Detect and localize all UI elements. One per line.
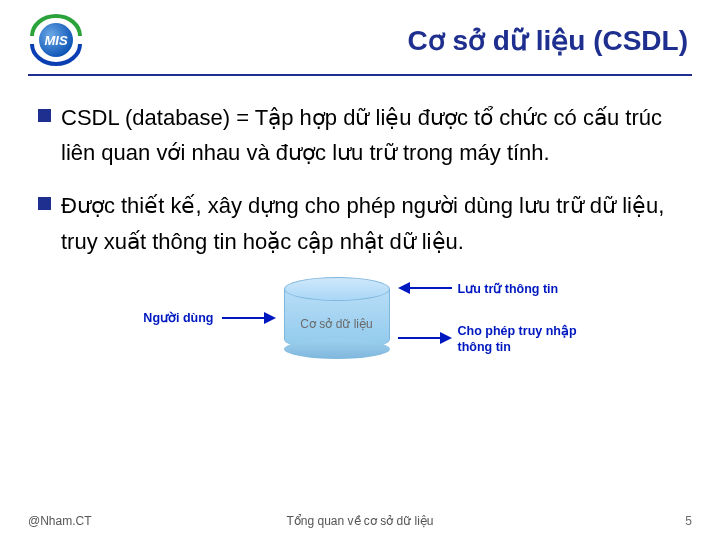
- database-cylinder-icon: Cơ sở dữ liệu: [284, 277, 390, 359]
- header: MIS Cơ sở dữ liệu (CSDL): [28, 12, 692, 68]
- bullet-text: CSDL (database) = Tập hợp dữ liệu được t…: [61, 100, 682, 170]
- svg-marker-6: [440, 332, 452, 344]
- footer-title: Tổng quan về cơ sở dữ liệu: [28, 514, 692, 528]
- footer: @Nham.CT Tổng quan về cơ sở dữ liệu 5: [28, 514, 692, 528]
- diagram: Người dùng Cơ sở dữ liệu: [38, 277, 682, 359]
- logo: MIS: [28, 12, 84, 68]
- bullet-text: Được thiết kế, xây dựng cho phép người d…: [61, 188, 682, 258]
- arrow-left-icon: [398, 280, 452, 300]
- bullet-item: CSDL (database) = Tập hợp dữ liệu được t…: [38, 100, 682, 170]
- content: CSDL (database) = Tập hợp dữ liệu được t…: [28, 76, 692, 359]
- arrow-right-icon: [222, 310, 276, 326]
- diagram-store-label: Lưu trữ thông tin: [458, 282, 559, 298]
- bullet-item: Được thiết kế, xây dựng cho phép người d…: [38, 188, 682, 258]
- svg-marker-4: [398, 282, 410, 294]
- arrow-right-icon: [398, 330, 452, 350]
- diagram-user-label: Người dùng: [143, 310, 213, 325]
- page-title: Cơ sở dữ liệu (CSDL): [84, 24, 692, 57]
- diagram-db-label: Cơ sở dữ liệu: [284, 317, 390, 331]
- svg-marker-2: [264, 312, 276, 324]
- slide: MIS Cơ sở dữ liệu (CSDL) CSDL (database)…: [0, 0, 720, 540]
- diagram-right-arrows: Lưu trữ thông tin Cho phép truy nhập thô…: [398, 280, 577, 355]
- bullet-square-icon: [38, 197, 51, 210]
- logo-text: MIS: [44, 33, 67, 48]
- bullet-square-icon: [38, 109, 51, 122]
- diagram-access-label: Cho phép truy nhập thông tin: [458, 324, 577, 355]
